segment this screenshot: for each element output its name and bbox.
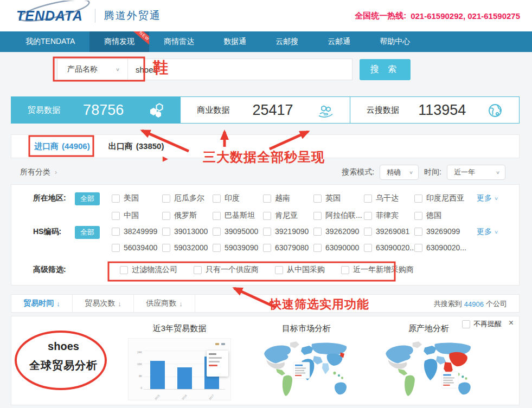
region-checkbox[interactable]: 德国 [414, 211, 465, 221]
checkbox-icon [275, 266, 283, 274]
region-checkbox[interactable]: 印度 [213, 193, 263, 203]
region-checkbox[interactable]: 菲律宾 [364, 211, 414, 221]
sort-trade-count[interactable]: 贸易次数 ↓ [73, 295, 134, 312]
region-checkbox[interactable]: 英国 [313, 193, 364, 203]
nav-label: 数据通 [223, 37, 246, 47]
time-range-select[interactable]: 近一年 ∨ [447, 165, 505, 180]
search-mode-select[interactable]: 精确 ∨ [380, 165, 419, 180]
data-box-label: 云搜数据 [367, 105, 399, 115]
hscode-all-button[interactable]: 全部 [75, 226, 100, 239]
advanced-checkbox-buy-from-china[interactable]: 从中国采购 [275, 265, 325, 275]
checkbox-icon [213, 228, 221, 236]
world-map-origin [381, 340, 476, 401]
nav-label: 我的TENDATA [25, 37, 75, 47]
result-tabs-panel: 进口商 (44906) 出口商 (33850) [11, 134, 520, 158]
hscode-checkbox[interactable]: 59039090 [213, 243, 263, 252]
nav-item-help-center[interactable]: 帮助中心 [365, 31, 425, 52]
region-checkbox[interactable]: 厄瓜多尔 [162, 193, 213, 203]
nav-item-cloud-mail-search[interactable]: 云邮搜 [261, 31, 313, 52]
nav-item-cloud-mail[interactable]: 云邮通 [313, 31, 365, 52]
tendata-logo[interactable]: TENDATA [16, 4, 83, 28]
filter-panel: 所在地区: 全部 美国 厄瓜多尔 印度 越南 英国 乌干达 印度尼西亚 中国 俄… [11, 184, 520, 286]
checkbox-icon [364, 212, 372, 220]
hotline-label: 全国统一热线: [355, 11, 406, 21]
logo-text: TENDATA [16, 8, 83, 24]
data-box-business[interactable]: 商业数据 25417 [180, 97, 349, 123]
sort-desc-icon: ↓ [56, 300, 60, 308]
tab-exporters[interactable]: 出口商 (33850) [108, 141, 164, 152]
data-box-trade[interactable]: 贸易数据 78756 [11, 97, 180, 123]
region-checkbox[interactable]: 巴基斯坦 [213, 211, 263, 221]
search-category-select[interactable]: 产品名称 ∨ [57, 59, 128, 80]
region-checkbox[interactable]: 乌干达 [364, 193, 414, 203]
hscode-more-link[interactable]: 更多 ∨ [477, 227, 498, 237]
data-box-cloud-search[interactable]: 云搜数据 113954 [350, 97, 519, 123]
chart-legend [215, 343, 225, 345]
hscode-checkbox[interactable]: 63090020... [414, 243, 465, 252]
region-checkbox[interactable]: 俄罗斯 [162, 211, 213, 221]
advanced-options: 过滤物流公司 只有一个供应商 从中国采购 近一年新增采购商 [120, 265, 414, 275]
tab-importers[interactable]: 进口商 (44906) [34, 141, 90, 152]
map2-title: 原产地分析 [381, 323, 476, 334]
checkbox-icon [414, 212, 422, 220]
checkbox-icon [263, 228, 271, 236]
advanced-checkbox-filter-logistics[interactable]: 过滤物流公司 [120, 265, 177, 275]
sort-supplier-count[interactable]: 供应商数 ↓ [134, 295, 195, 312]
map1-title: 目标市场分析 [261, 323, 352, 334]
chevron-right-icon: › [55, 169, 57, 176]
sort-trade-time[interactable]: 贸易时间 ↓ [11, 295, 73, 312]
advanced-checkbox-new-buyers[interactable]: 近一年新增采购商 [341, 265, 414, 275]
region-checkbox[interactable]: 阿拉伯联... [313, 211, 364, 221]
checkbox-icon [313, 244, 322, 252]
hscode-checkbox[interactable]: 63079080 [263, 243, 313, 252]
region-checkbox[interactable]: 美国 [112, 193, 162, 203]
chevron-down-icon: ∨ [494, 196, 498, 201]
chevron-down-icon: ∨ [494, 229, 498, 235]
all-categories-link[interactable]: 所有分类 › [20, 167, 57, 177]
checkbox-icon [112, 228, 120, 236]
nav-item-data-link[interactable]: 数据通 [209, 31, 261, 52]
hscode-checkbox[interactable]: 39269099 [414, 227, 465, 236]
nav-item-my-tendata[interactable]: 我的TENDATA [11, 31, 89, 52]
hscode-checkbox[interactable]: 59032000 [162, 243, 213, 252]
hotline: 全国统一热线: 021-61590292, 021-61590275 [355, 0, 520, 31]
region-all-button[interactable]: 全部 [75, 192, 100, 205]
hscode-checkbox[interactable]: 39269081 [364, 227, 414, 236]
close-icon[interactable]: × [509, 318, 514, 328]
hotline-numbers: 021-61590292, 021-61590275 [411, 11, 520, 21]
search-options: 搜索模式: 精确 ∨ 时间: 近一年 ∨ [342, 165, 505, 180]
bar-year2 [177, 367, 192, 389]
nav-label: 商情发现 [104, 37, 134, 47]
hscode-checkbox[interactable]: 39262090 [313, 227, 364, 236]
chevron-down-icon: ∨ [496, 170, 500, 175]
region-checkbox[interactable]: 中国 [112, 211, 162, 221]
checkbox-icon [414, 195, 422, 203]
nav-item-business-discovery[interactable]: 商情发现 NEW [89, 31, 149, 52]
hscode-checkbox-grid: 38249999 39013000 39095000 39219090 3926… [112, 227, 465, 252]
hscode-checkbox[interactable]: 39013000 [162, 227, 213, 236]
search-input[interactable] [128, 59, 352, 80]
result-count: 44906 [464, 300, 484, 308]
nav-label: 帮助中心 [380, 37, 410, 47]
hscode-checkbox[interactable]: 39095000 [213, 227, 263, 236]
hscode-checkbox[interactable]: 63090020... [364, 243, 414, 252]
hscode-checkbox[interactable]: 38249999 [112, 227, 162, 236]
nav-item-business-radar[interactable]: 商情雷达 [149, 31, 209, 52]
checkbox-icon [313, 212, 322, 220]
hscode-checkbox[interactable]: 39219090 [263, 227, 313, 236]
region-checkbox[interactable]: 越南 [263, 193, 313, 203]
region-more-link[interactable]: 更多 ∨ [477, 193, 498, 203]
search-mode-value: 精确 [387, 167, 401, 177]
checkbox-icon [364, 228, 372, 236]
region-checkbox[interactable]: 印度尼西亚 [414, 193, 465, 203]
hscode-checkbox[interactable]: 63090000 [313, 243, 364, 252]
region-checkbox-grid: 美国 厄瓜多尔 印度 越南 英国 乌干达 印度尼西亚 中国 俄罗斯 巴基斯坦 肯… [112, 193, 465, 221]
advanced-checkbox-single-supplier[interactable]: 只有一个供应商 [194, 265, 259, 275]
search-button[interactable]: 搜 索 [360, 59, 411, 80]
hscode-checkbox[interactable]: 56039400 [112, 243, 162, 252]
time-range-value: 近一年 [454, 167, 475, 177]
region-checkbox[interactable]: 肯尼亚 [263, 211, 313, 221]
sort-desc-icon: ↓ [118, 300, 121, 308]
world-map-target-market [260, 340, 352, 401]
search-category-label: 产品名称 [67, 64, 98, 74]
